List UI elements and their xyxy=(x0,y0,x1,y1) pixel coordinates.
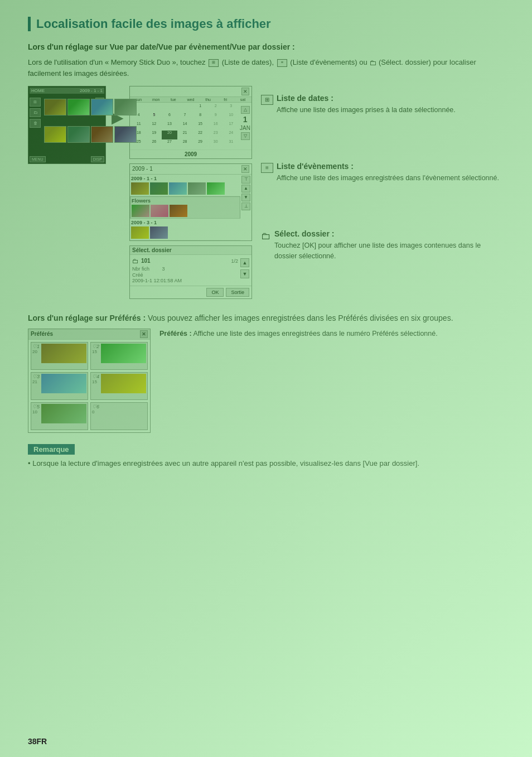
calendar-screen: ✕ sun mon tue wed thu fri sat xyxy=(129,86,252,159)
main-content-area: HOME 2009 - 1 - 1 ⊞ 🗀 🗑 ▲ ▼ xyxy=(28,86,504,299)
screens-stack: ✕ sun mon tue wed thu fri sat xyxy=(129,86,252,299)
cal-cell: 5 xyxy=(147,113,162,122)
page-number: 38FR xyxy=(28,737,47,746)
